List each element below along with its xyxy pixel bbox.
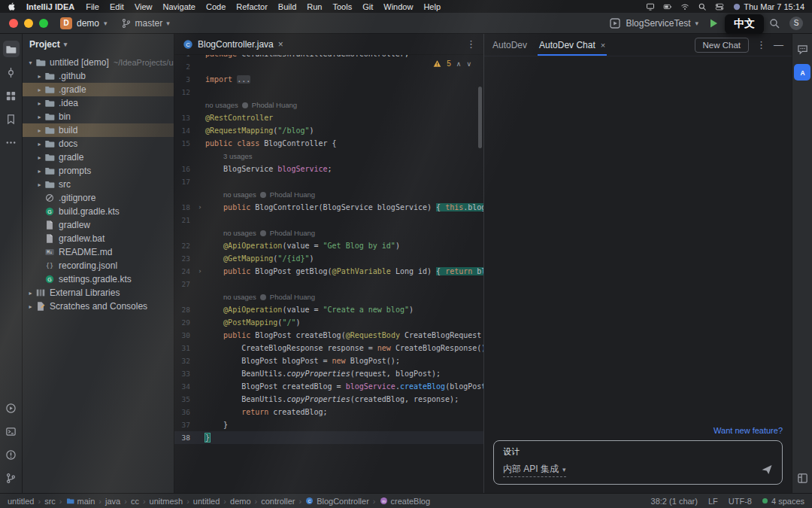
zoom-window-button[interactable] [39,19,48,28]
autodev-tool-button[interactable]: A [794,64,810,81]
next-problem-button[interactable]: ∨ [466,60,471,68]
line-number[interactable]: 32 [174,354,195,367]
line-number[interactable]: 17 [174,175,195,188]
tree-item-readme-md[interactable]: M↓README.md [23,245,174,259]
usages-hint[interactable]: 3 usages [223,150,253,163]
code-line[interactable]: 37 } [174,418,483,431]
line-number[interactable]: 29 [174,316,195,329]
tree-item-settings-gradle-kts[interactable]: Gsettings.gradle.kts [23,272,174,286]
line-number[interactable] [174,291,195,303]
code-line[interactable]: 32 BlogPost blogPost = new BlogPost(); [174,354,483,367]
search-icon[interactable] [698,2,707,11]
menu-view[interactable]: View [135,2,153,11]
menu-refactor[interactable]: Refactor [236,2,268,11]
line-number[interactable]: 38 [174,431,195,444]
prompt-type-dropdown[interactable]: 内部 API 集成 ▾ [503,463,566,477]
fold-marker[interactable]: › [195,265,205,278]
breadcrumb-src[interactable]: src [44,497,56,506]
control-icon[interactable] [715,2,724,11]
code-line[interactable]: 14@RequestMapping("/blog") [174,124,483,137]
breadcrumb-cc[interactable]: cc [131,497,139,506]
structure-tool-button[interactable] [3,87,20,104]
prev-problem-button[interactable]: ∧ [456,60,462,68]
branch-widget[interactable]: master ▾ [121,18,170,29]
author-hint[interactable]: Phodal Huang [270,188,315,201]
tree-item-gradle[interactable]: ▸.gradle [23,83,174,96]
tree-item-scratches-and-consoles[interactable]: ▸Scratches and Consoles [23,300,174,313]
line-number[interactable]: 18 [174,201,195,214]
code-line[interactable]: 30 public BlogPost createBlog(@RequestBo… [174,329,483,342]
breadcrumb-main[interactable]: main [66,497,95,506]
inlay-hint-line[interactable]: no usagesPhodal Huang [174,99,483,111]
code-line[interactable]: 28 @ApiOperation(value = "Create a new b… [174,303,483,316]
line-number[interactable]: 24 [174,265,195,278]
line-number[interactable]: 12 [174,86,195,99]
file-encoding[interactable]: UTF-8 [729,497,752,506]
tree-item-github[interactable]: ▸.github [23,69,174,83]
indent-widget[interactable]: 4 spaces [762,497,804,506]
line-number[interactable]: 35 [174,393,195,406]
menubar-clock[interactable]: Thu Mar 7 15:14 [744,2,804,11]
code-line[interactable]: 35 BeanUtils.copyProperties(createdBlog,… [174,393,483,406]
breadcrumb-untitled[interactable]: untitled [8,497,34,506]
line-number[interactable]: 37 [174,418,195,431]
code-line[interactable]: 18› public BlogController(BlogService bl… [174,201,483,214]
code-line[interactable]: 38} [174,431,483,444]
editor-tab-blogcontroller[interactable]: C BlogController.java × [174,34,292,54]
breadcrumb-java[interactable]: java [105,497,120,506]
line-number[interactable]: 16 [174,163,195,175]
menu-run[interactable]: Run [307,2,322,11]
bookmarks-tool-button[interactable] [3,111,20,127]
code-line[interactable]: 15public class BlogController { [174,137,483,150]
code-line[interactable]: 21 [174,214,483,227]
project-widget[interactable]: D demo ▾ [60,17,108,29]
menu-git[interactable]: Git [362,2,373,11]
editor-options-kebab-icon[interactable]: ⋮ [466,38,483,50]
tree-item-docs[interactable]: ▸docs [23,137,174,151]
project-tool-button[interactable] [3,41,20,57]
code-line[interactable]: 3import ... [174,73,483,86]
breadcrumb-unitmesh[interactable]: unitmesh [150,497,183,506]
line-number[interactable] [174,227,195,239]
user-avatar[interactable]: S [789,17,803,30]
tree-item-gradlew[interactable]: gradlew [23,218,174,232]
tree-item-src[interactable]: ▸src [23,178,174,191]
project-panel-header[interactable]: Project ▾ [23,34,174,54]
line-number[interactable]: 36 [174,406,195,418]
code-line[interactable]: 29 @PostMapping("/") [174,316,483,329]
breadcrumb-demo[interactable]: demo [230,497,251,506]
line-number[interactable] [174,150,195,163]
tree-item-idea[interactable]: ▸.idea [23,96,174,110]
menu-edit[interactable]: Edit [110,2,124,11]
line-number[interactable]: 27 [174,278,195,291]
menu-build[interactable]: Build [278,2,296,11]
apple-menu-icon[interactable] [8,2,17,11]
battery-icon[interactable] [663,2,672,11]
autodev-panel-title[interactable]: AutoDev [492,40,527,50]
line-number[interactable]: 3 [174,73,195,86]
tree-item-gitignore[interactable]: .gitignore [23,191,174,205]
line-number[interactable]: 22 [174,239,195,252]
tree-item-untitled-demo[interactable]: ▾untitled [demo]~/IdeaProjects/untitled [23,56,174,69]
code-line[interactable]: 36 return createdBlog; [174,406,483,418]
inlay-hint-line[interactable]: no usagesPhodal Huang [174,227,483,239]
run-tool-button[interactable] [3,400,20,416]
commit-tool-button[interactable] [3,64,20,81]
line-number[interactable] [174,188,195,201]
hide-panel-icon[interactable]: — [774,39,783,50]
tree-item-external-libraries[interactable]: ▸External Libraries [23,286,174,300]
line-separator[interactable]: LF [708,497,718,506]
line-number[interactable]: 13 [174,111,195,124]
breadcrumb-blogcontroller[interactable]: CBlogController [305,497,369,506]
code-line[interactable]: 31 CreateBlogResponse response = new Cre… [174,342,483,354]
send-button[interactable] [761,464,773,476]
inlay-hint-line[interactable]: 3 usages [174,150,483,163]
usages-hint[interactable]: no usages [205,99,238,111]
editor-scrollbar[interactable] [478,87,482,148]
code-line[interactable]: 23 @GetMapping("/{id}") [174,252,483,265]
tree-item-build-gradle-kts[interactable]: Gbuild.gradle.kts [23,205,174,218]
close-tab-icon[interactable]: × [278,39,283,50]
code-line[interactable]: 16 BlogService blogService; [174,163,483,175]
menu-tools[interactable]: Tools [333,2,353,11]
app-name[interactable]: IntelliJ IDEA [26,2,74,11]
